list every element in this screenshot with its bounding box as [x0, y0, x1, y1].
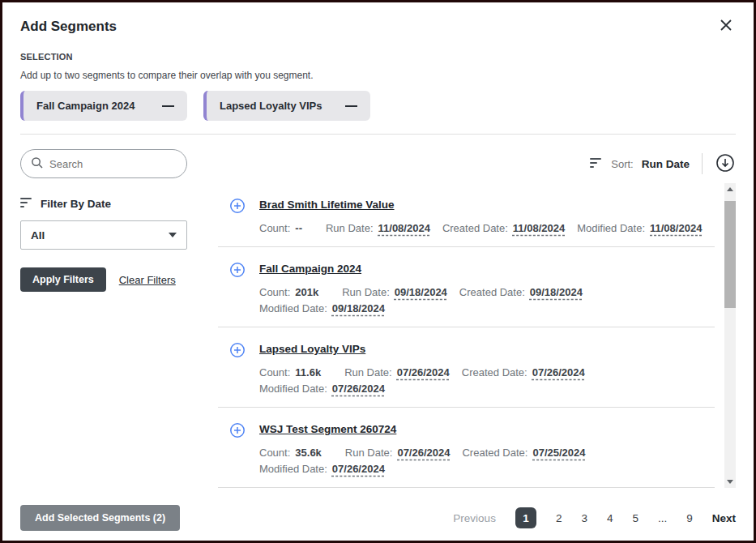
run-date-value[interactable]: 07/26/2024 — [397, 447, 450, 459]
run-date-label: Run Date: — [345, 447, 393, 459]
add-selected-segments-button[interactable]: Add Selected Segments (2) — [20, 505, 180, 531]
modified-date-value[interactable]: 07/26/2024 — [332, 383, 385, 395]
add-segment-button[interactable] — [229, 262, 246, 280]
close-icon — [720, 19, 733, 34]
modified-date-value[interactable]: 11/08/2024 — [650, 222, 702, 234]
modified-date-value[interactable]: 09/18/2024 — [332, 302, 385, 314]
date-filter-value: All — [31, 229, 45, 242]
modified-date-label: Modified Date: — [259, 463, 327, 475]
run-date-label: Run Date: — [344, 366, 392, 378]
segment-title-link[interactable]: Brad Smith Lifetime Value — [259, 199, 395, 211]
count-label: Count: — [259, 286, 290, 298]
pagination-page-9[interactable]: 9 — [686, 512, 693, 524]
count-label: Count: — [259, 447, 290, 459]
segment-row: Brad Smith Lifetime Value Count:-- Run D… — [218, 183, 715, 247]
run-date-label: Run Date: — [342, 286, 390, 298]
add-segment-button[interactable] — [229, 422, 246, 441]
created-date-label: Created Date: — [459, 286, 525, 298]
scrollbar[interactable] — [724, 183, 736, 488]
date-filter-select[interactable]: All — [20, 220, 187, 250]
segment-title-link[interactable]: Fall Campaign 2024 — [259, 263, 361, 275]
segment-title-link[interactable]: Lapsed Loyalty VIPs — [259, 343, 365, 355]
add-segment-button[interactable] — [229, 198, 246, 216]
scroll-up-icon[interactable] — [727, 187, 733, 191]
scrollbar-thumb[interactable] — [724, 201, 736, 308]
sort-label: Sort: — [611, 158, 633, 170]
modified-date-label: Modified Date: — [577, 222, 645, 234]
pagination-page-1[interactable]: 1 — [515, 507, 536, 528]
modified-date-label: Modified Date: — [259, 383, 327, 395]
count-value: 35.6k — [295, 447, 322, 459]
created-date-label: Created Date: — [462, 366, 527, 378]
created-date-value[interactable]: 11/08/2024 — [513, 222, 565, 234]
add-segments-modal: Add Segments SELECTION Add up to two seg… — [0, 0, 756, 543]
search-input[interactable] — [49, 158, 177, 170]
run-date-value[interactable]: 09/18/2024 — [395, 286, 447, 298]
modified-date-value[interactable]: 07/26/2024 — [332, 463, 385, 475]
filter-by-date-label: Filter By Date — [41, 198, 111, 210]
created-date-value[interactable]: 07/25/2024 — [532, 447, 585, 459]
pagination: Previous 1 2 3 4 5 ... 9 Next — [453, 507, 736, 528]
page-title: Add Segments — [20, 19, 117, 35]
arrow-down-circle-icon — [715, 152, 736, 176]
apply-filters-button[interactable]: Apply Filters — [20, 267, 106, 292]
remove-segment-button[interactable] — [160, 102, 176, 110]
run-date-value[interactable]: 07/26/2024 — [397, 366, 450, 378]
created-date-value[interactable]: 07/26/2024 — [532, 366, 585, 378]
add-segment-button[interactable] — [229, 342, 246, 361]
segment-list-panel: Sort: Run Date Brad — [218, 149, 736, 488]
pagination-page-4[interactable]: 4 — [607, 512, 613, 524]
modal-header: Add Segments — [2, 2, 754, 37]
modified-date-label: Modified Date: — [259, 302, 327, 314]
created-date-label: Created Date: — [462, 447, 527, 459]
minus-icon — [162, 105, 174, 107]
filter-lines-icon — [20, 198, 33, 210]
selected-segment-chips: Fall Campaign 2024 Lapsed Loyalty VIPs — [20, 91, 736, 121]
filter-by-date-row: Filter By Date — [20, 198, 187, 210]
run-date-value[interactable]: 11/08/2024 — [378, 222, 430, 234]
scroll-down-icon[interactable] — [727, 480, 733, 484]
clear-filters-link[interactable]: Clear Filters — [119, 274, 176, 286]
segment-list: Brad Smith Lifetime Value Count:-- Run D… — [218, 183, 736, 488]
segment-title-link[interactable]: WSJ Test Segment 260724 — [259, 423, 396, 435]
pagination-page-5[interactable]: 5 — [632, 512, 639, 524]
modal-footer: Add Selected Segments (2) Previous 1 2 3… — [20, 505, 736, 531]
segment-row: WSJ Test Segment 260724 Count:35.6k Run … — [218, 408, 715, 488]
vertical-divider — [702, 153, 703, 174]
search-box — [20, 149, 187, 178]
pagination-ellipsis: ... — [658, 512, 667, 524]
count-value: 201k — [295, 286, 318, 298]
filter-sidebar: Filter By Date All Apply Filters Clear F… — [20, 149, 187, 488]
minus-icon — [345, 105, 357, 107]
sort-direction-button[interactable] — [715, 152, 736, 176]
remove-segment-button[interactable] — [344, 102, 359, 110]
chip-label: Fall Campaign 2024 — [36, 100, 135, 112]
close-button[interactable] — [716, 15, 736, 37]
filter-actions: Apply Filters Clear Filters — [20, 267, 187, 292]
count-label: Count: — [259, 222, 290, 234]
section-divider — [20, 134, 736, 135]
segment-chip: Fall Campaign 2024 — [20, 91, 187, 121]
count-label: Count: — [259, 366, 290, 378]
selection-description: Add up to two segments to compare their … — [20, 70, 736, 81]
plus-circle-icon — [229, 342, 246, 361]
sort-controls: Sort: Run Date — [218, 149, 736, 178]
pagination-next[interactable]: Next — [712, 512, 736, 524]
chip-label: Lapsed Loyalty VIPs — [220, 100, 322, 112]
run-date-label: Run Date: — [326, 222, 374, 234]
plus-circle-icon — [229, 262, 246, 280]
search-icon — [31, 156, 43, 172]
modal-body: Filter By Date All Apply Filters Clear F… — [20, 149, 736, 488]
sort-value[interactable]: Run Date — [642, 158, 690, 170]
pagination-previous[interactable]: Previous — [453, 512, 496, 524]
count-value: 11.6k — [295, 366, 321, 378]
sort-lines-icon — [590, 156, 603, 171]
pagination-page-3[interactable]: 3 — [581, 512, 587, 524]
segment-row: Fall Campaign 2024 Count:201k Run Date:0… — [218, 247, 715, 327]
created-date-value[interactable]: 09/18/2024 — [530, 286, 583, 298]
plus-circle-icon — [229, 422, 246, 441]
pagination-page-2[interactable]: 2 — [556, 512, 562, 524]
plus-circle-icon — [229, 198, 246, 216]
segment-row: Lapsed Loyalty VIPs Count:11.6k Run Date… — [218, 327, 715, 408]
chevron-down-icon — [169, 233, 177, 237]
